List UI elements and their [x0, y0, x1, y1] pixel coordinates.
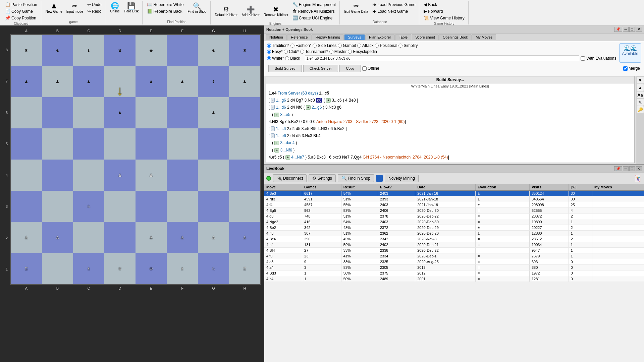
view-history-button[interactable]: 📜 View Game History [422, 15, 466, 21]
lb-max[interactable]: □ [629, 166, 635, 171]
move-link-3dxe4[interactable]: 3...dxe4 [280, 140, 295, 145]
tab-replay[interactable]: Replay training [312, 34, 344, 40]
move-link-1c6[interactable]: 1...c6 [276, 126, 286, 131]
gambit-radio[interactable]: Gambit [338, 43, 356, 48]
paste-position-button[interactable]: 📋 Paste Position [3, 1, 39, 8]
master-radio[interactable]: Master [329, 49, 347, 54]
plus-btn-4ne7[interactable]: + [285, 155, 290, 160]
square-d6[interactable]: ♟ [104, 97, 136, 128]
col-visits[interactable]: Visits [529, 184, 569, 190]
tab-table[interactable]: Table [395, 34, 411, 40]
square-f5[interactable] [167, 128, 198, 160]
table-row[interactable]: 4.f32341%23342020-Dec-1=76791 [264, 253, 644, 259]
redo-button[interactable]: ↪ Redo [86, 8, 103, 14]
tab-notation[interactable]: Notation [266, 34, 287, 40]
square-f4[interactable] [167, 160, 198, 191]
square-e7[interactable]: ♟ [136, 66, 167, 97]
square-c7[interactable]: ♟ [73, 66, 104, 97]
repertoire-white-button[interactable]: 📖 Repertoire White [145, 1, 185, 8]
square-f3[interactable] [167, 191, 198, 222]
hard-disk-button[interactable]: 💾 Hard Disk [122, 1, 140, 14]
square-c1[interactable]: ♗ [73, 253, 104, 284]
move-link-4ne7[interactable]: 4...Ne7 [291, 155, 304, 160]
col-result[interactable]: Result [341, 184, 378, 190]
table-row[interactable]: 4.a3933%23252020-Aug-25=6930 [264, 259, 644, 264]
move-link-2g6[interactable]: 2...g6 [312, 105, 322, 110]
table-row[interactable]: 4.Bf42733%23382020-Dec-22=95471 [264, 247, 644, 253]
copy-survey-button[interactable]: Copy [339, 65, 361, 72]
minus-btn-4[interactable]: - [271, 133, 275, 138]
find-shop-button[interactable]: 🔍 Find in Shop [186, 1, 208, 14]
col-date[interactable]: Date [415, 184, 476, 190]
side-icon-edit[interactable]: ✎ [637, 99, 644, 106]
square-b1[interactable] [42, 253, 73, 284]
square-g8[interactable]: ♞ [198, 35, 229, 66]
side-icon-up[interactable]: ▲ [637, 84, 644, 91]
move-link-1e6[interactable]: 1...e6 [276, 133, 286, 138]
square-b8[interactable]: ♞ [42, 35, 73, 66]
square-g6[interactable]: ♟ [198, 97, 229, 128]
table-row[interactable]: 4.Bg596253%24062020-Dec-30=525554 [264, 207, 644, 213]
square-c2[interactable] [73, 222, 104, 253]
undo-button[interactable]: ↩ Undo [86, 1, 103, 8]
move-link-3e5[interactable]: 3...e5 [280, 112, 290, 117]
remove-all-kibitzers-button[interactable]: 🗑 Remove All Kibitzers [291, 8, 338, 14]
sidelines-radio[interactable]: Side Lines [313, 43, 336, 48]
back-button[interactable]: ◀ Back [422, 1, 466, 8]
square-g1[interactable]: ♘ [198, 253, 229, 284]
positional-radio[interactable]: Positional [375, 43, 397, 48]
livebook-table[interactable]: Move Games Result Elo-Av Date Evaluation… [264, 184, 644, 362]
plus-btn-2g6[interactable]: + [306, 105, 311, 110]
square-a3[interactable] [11, 191, 42, 222]
table-row[interactable]: 4.h330751%23622020-Dec-20±128801 [264, 230, 644, 236]
square-d8[interactable]: ♛ [104, 35, 136, 66]
square-b6[interactable] [42, 97, 73, 128]
square-a2[interactable]: ♙ [11, 222, 42, 253]
table-row[interactable]: 4.n4150%24892001=12810 [264, 276, 644, 282]
col-elo[interactable]: Elo-Av [378, 184, 415, 190]
load-next-button[interactable]: ⏭ Load Next Game [371, 8, 417, 14]
novelty-mining-button[interactable]: Novelty Mining [385, 175, 419, 182]
square-h6[interactable] [229, 97, 260, 128]
table-row[interactable]: 4.Nge241654%24032020-Dec-30=108901 [264, 219, 644, 225]
input-mode-button[interactable]: ✏ Input mode [65, 1, 85, 14]
tab-my-moves[interactable]: My Moves [472, 34, 496, 40]
add-kibitzer-button[interactable]: ➕ Add Kibitzer [240, 1, 261, 21]
load-prev-button[interactable]: ⏮ Load Previous Game [371, 1, 417, 8]
chess-board[interactable]: ♜♞♝♛♚♞♜♟♟♟↓♟♟♝♟♟♟♙♙♘♙♙♙♙♙♙♖♗♕♔♗♘♖ [10, 34, 261, 285]
square-g7[interactable]: ♝ [198, 66, 229, 97]
minus-btn-1[interactable]: - [271, 98, 275, 103]
move-link-1d6[interactable]: 1...d6 [276, 105, 286, 110]
minus-btn-3[interactable]: - [271, 126, 275, 131]
fen-input[interactable] [305, 55, 579, 61]
table-row[interactable]: 4.Be234248%23722020-Dec-29±202272 [264, 225, 644, 230]
table-row[interactable]: 4.Nf3459151%23932021-Jan-18±34856430 [264, 196, 644, 202]
square-g3[interactable] [198, 191, 229, 222]
square-h4[interactable] [229, 160, 260, 191]
copy-game-button[interactable]: 📄 Copy Game [3, 8, 39, 14]
panel-min[interactable]: ─ [623, 27, 629, 32]
square-f6[interactable] [167, 97, 198, 128]
square-e2[interactable]: ♙ [136, 222, 167, 253]
square-h5[interactable] [229, 128, 260, 160]
offline-checkbox[interactable] [362, 66, 367, 71]
remove-kibitzer-button[interactable]: ✖ Remove Kibitzer [262, 1, 290, 21]
square-g2[interactable]: ♙ [198, 222, 229, 253]
forward-button[interactable]: ▶ Forward [422, 8, 466, 14]
square-d7[interactable]: ↓ [104, 66, 136, 97]
attack-radio[interactable]: Attack [357, 43, 373, 48]
square-c3[interactable]: ♘ [73, 191, 104, 222]
tradition-radio[interactable]: Tradition* [267, 43, 289, 48]
panel-max[interactable]: □ [629, 27, 635, 32]
col-move[interactable]: Move [264, 184, 302, 190]
plus-btn-3dxe4[interactable]: + [274, 141, 279, 145]
square-e6[interactable] [136, 97, 167, 128]
square-c5[interactable] [73, 128, 104, 160]
online-button[interactable]: 🌐 Online [108, 1, 121, 14]
square-h1[interactable]: ♖ [229, 253, 260, 284]
move-link-3nf6[interactable]: 3...Nf6 [280, 148, 292, 153]
lb-find-shop-button[interactable]: 🔍 Find in Shop [338, 174, 374, 182]
square-c4[interactable] [73, 160, 104, 191]
square-g5[interactable] [198, 128, 229, 160]
square-a1[interactable]: ♖ [11, 253, 42, 284]
